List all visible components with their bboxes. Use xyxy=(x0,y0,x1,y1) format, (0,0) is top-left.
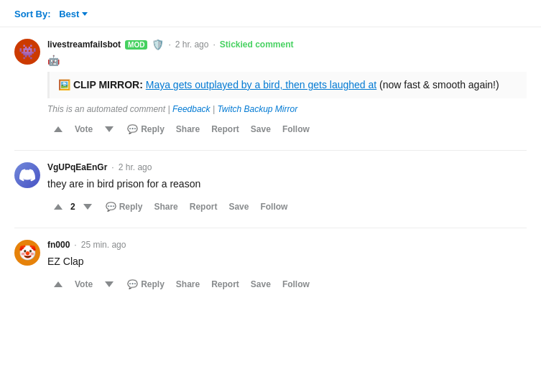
reply-button[interactable]: 💬 Reply xyxy=(101,199,147,215)
report-button[interactable]: Report xyxy=(185,199,222,215)
report-button[interactable]: Report xyxy=(207,121,244,137)
share-button[interactable]: Share xyxy=(172,121,204,137)
comment-content: VgUPqEaEnGr · 2 hr. ago they are in bird… xyxy=(47,162,527,216)
save-button[interactable]: Save xyxy=(246,276,275,292)
action-bar: Vote 💬 Reply Share Report Save Follow xyxy=(47,120,527,139)
vote-group: Vote xyxy=(47,120,120,139)
upvote-button[interactable] xyxy=(47,120,69,139)
save-button[interactable]: Save xyxy=(224,199,253,215)
comment-text: EZ Clap xyxy=(47,254,527,269)
bot-flair: 🤖 xyxy=(47,55,527,66)
comment-content: livestreamfailsbot MOD 🛡️ · 2 hr. ago · … xyxy=(47,39,527,139)
twitch-backup-link[interactable]: Twitch Backup Mirror xyxy=(217,104,297,114)
follow-button[interactable]: Follow xyxy=(278,276,314,292)
username: fn000 xyxy=(47,240,70,250)
username: VgUPqEaEnGr xyxy=(47,162,107,172)
vote-group: Vote xyxy=(47,275,120,294)
comment-time: 2 hr. ago xyxy=(175,39,209,50)
upvote-button[interactable] xyxy=(47,197,69,216)
mod-badge: MOD xyxy=(125,40,147,50)
clip-icon: 🖼️ xyxy=(58,79,70,90)
chevron-down-icon xyxy=(82,12,88,16)
comment-row: 🤡 fn000 · 25 min. ago EZ Clap Vote xyxy=(14,228,527,305)
downvote-icon xyxy=(103,278,116,291)
report-button[interactable]: Report xyxy=(207,276,244,292)
clip-prefix: CLIP MIRROR: xyxy=(73,79,146,90)
reply-button[interactable]: 💬 Reply xyxy=(123,121,169,137)
separator: · xyxy=(213,39,215,50)
comment-time: 2 hr. ago xyxy=(119,162,152,172)
comment-time: 25 min. ago xyxy=(81,240,126,250)
comment-header: VgUPqEaEnGr · 2 hr. ago xyxy=(47,162,527,172)
clip-title: 🖼️ CLIP MIRROR: Maya gets outplayed by a… xyxy=(58,78,518,93)
reply-icon: 💬 xyxy=(127,279,138,289)
avatar xyxy=(14,162,40,188)
vote-label: Vote xyxy=(70,276,97,292)
reply-button[interactable]: 💬 Reply xyxy=(123,276,169,292)
reply-icon: 💬 xyxy=(127,124,138,134)
separator: · xyxy=(74,240,76,250)
avatar: 🤡 xyxy=(14,240,40,266)
downvote-button[interactable] xyxy=(98,120,120,139)
comments-list: 👾 livestreamfailsbot MOD 🛡️ · 2 hr. ago … xyxy=(0,27,541,305)
stickied-label: Stickied comment xyxy=(220,39,294,50)
follow-button[interactable]: Follow xyxy=(256,199,292,215)
discord-icon xyxy=(19,167,35,183)
save-button[interactable]: Save xyxy=(246,121,275,137)
automated-note: This is an automated comment | Feedback … xyxy=(47,104,527,114)
vote-label: Vote xyxy=(70,121,97,137)
downvote-icon xyxy=(103,123,116,136)
clip-link[interactable]: Maya gets outplayed by a bird, then gets… xyxy=(146,79,376,90)
upvote-icon xyxy=(52,123,65,136)
action-bar: Vote 💬 Reply Share Report Save Follow xyxy=(47,275,527,294)
downvote-button[interactable] xyxy=(98,275,120,294)
username: livestreamfailsbot xyxy=(47,39,121,50)
clip-suffix: (now fast & smooth again!) xyxy=(376,79,499,90)
share-button[interactable]: Share xyxy=(149,199,182,215)
timestamp: · xyxy=(168,39,170,50)
upvote-icon xyxy=(52,200,65,213)
comment-content: fn000 · 25 min. ago EZ Clap Vote 💬 Reply xyxy=(47,240,527,294)
sort-value: Best xyxy=(59,9,79,19)
vote-group: 2 xyxy=(47,197,98,216)
comment-header: fn000 · 25 min. ago xyxy=(47,240,527,250)
comment-text: they are in bird prison for a reason xyxy=(47,177,527,192)
comment-row: 👾 livestreamfailsbot MOD 🛡️ · 2 hr. ago … xyxy=(14,27,527,151)
share-button[interactable]: Share xyxy=(172,276,204,292)
downvote-button[interactable] xyxy=(77,197,98,216)
upvote-icon xyxy=(52,278,65,291)
follow-button[interactable]: Follow xyxy=(278,121,314,137)
avatar: 👾 xyxy=(14,39,40,65)
sort-selector[interactable]: Sort By: Best xyxy=(14,9,88,19)
separator: · xyxy=(111,162,114,172)
comment-row: VgUPqEaEnGr · 2 hr. ago they are in bird… xyxy=(14,151,527,228)
sort-prefix: Sort By: xyxy=(14,9,51,19)
flair-icon: 🛡️ xyxy=(152,39,164,50)
action-bar: 2 💬 Reply Share Report Save Follow xyxy=(47,197,527,216)
feedback-link[interactable]: Feedback xyxy=(172,104,211,114)
reply-icon: 💬 xyxy=(106,202,116,212)
vote-count: 2 xyxy=(70,202,75,212)
downvote-icon xyxy=(81,200,94,213)
comment-header: livestreamfailsbot MOD 🛡️ · 2 hr. ago · … xyxy=(47,39,527,50)
clip-box: 🖼️ CLIP MIRROR: Maya gets outplayed by a… xyxy=(47,72,527,98)
upvote-button[interactable] xyxy=(47,275,69,294)
